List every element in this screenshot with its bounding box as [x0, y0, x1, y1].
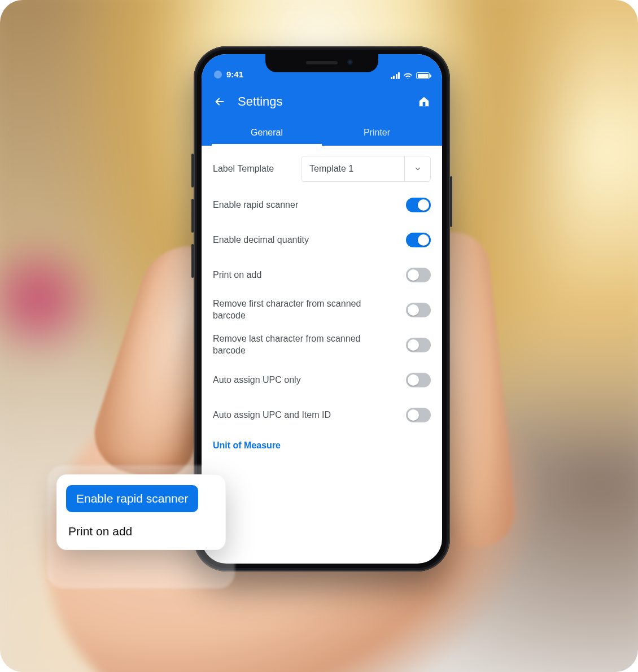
setting-label: Enable decimal quantity [213, 234, 309, 246]
label-template-label: Label Template [213, 163, 274, 175]
phone-notch [265, 54, 378, 72]
popup-chip-enable-rapid-scanner[interactable]: Enable rapid scanner [66, 485, 198, 512]
phone-screen: 9:41 Settings [202, 54, 442, 564]
app-header: Settings General Printer [202, 81, 442, 146]
back-button[interactable] [212, 94, 228, 110]
setting-row-remove_last_char: Remove last character from scanned barco… [213, 328, 431, 363]
setting-row-remove_first_char: Remove first character from scanned barc… [213, 293, 431, 328]
toggle-remove_first_char[interactable] [406, 303, 431, 317]
setting-row-auto_assign_upc_only: Auto assign UPC only [213, 363, 431, 398]
home-icon [418, 95, 430, 108]
tabs: General Printer [212, 120, 432, 146]
setting-label: Auto assign UPC and Item ID [213, 409, 331, 421]
feature-popup: Enable rapid scanner Print on add [56, 474, 226, 550]
setting-label: Enable rapid scanner [213, 199, 298, 211]
setting-label: Auto assign UPC only [213, 374, 301, 386]
wifi-icon [403, 72, 413, 79]
setting-label: Remove first character from scanned barc… [213, 298, 382, 322]
settings-content: Label Template Template 1 Enable rapid s… [202, 146, 442, 459]
arrow-left-icon [213, 95, 226, 108]
svg-rect-0 [423, 102, 426, 106]
toggle-auto_assign_upc_only[interactable] [406, 373, 431, 387]
setting-row-print_on_add: Print on add [213, 258, 431, 293]
toggle-enable_rapid_scanner[interactable] [406, 198, 431, 212]
home-button[interactable] [416, 94, 432, 110]
setting-label: Print on add [213, 269, 261, 281]
setting-label: Remove last character from scanned barco… [213, 333, 382, 357]
setting-row-enable_decimal_quantity: Enable decimal quantity [213, 222, 431, 258]
status-dot-icon [214, 71, 222, 78]
setting-row-auto_assign_upc_and_item_id: Auto assign UPC and Item ID [213, 398, 431, 433]
tab-printer[interactable]: Printer [322, 120, 432, 146]
status-time: 9:41 [226, 69, 243, 79]
section-unit-of-measure[interactable]: Unit of Measure [213, 433, 431, 459]
battery-icon [416, 72, 430, 79]
toggle-auto_assign_upc_and_item_id[interactable] [406, 408, 431, 422]
chevron-down-icon [404, 156, 430, 181]
page-title: Settings [238, 94, 406, 109]
cellular-icon [391, 72, 400, 79]
label-template-row: Label Template Template 1 [213, 146, 431, 187]
tab-general[interactable]: General [212, 120, 322, 146]
popup-item-print-on-add[interactable]: Print on add [66, 525, 216, 538]
toggle-enable_decimal_quantity[interactable] [406, 233, 431, 247]
toggle-remove_last_char[interactable] [406, 338, 431, 352]
label-template-select[interactable]: Template 1 [301, 156, 431, 182]
toggle-print_on_add[interactable] [406, 268, 431, 282]
setting-row-enable_rapid_scanner: Enable rapid scanner [213, 187, 431, 222]
label-template-value: Template 1 [301, 156, 404, 181]
